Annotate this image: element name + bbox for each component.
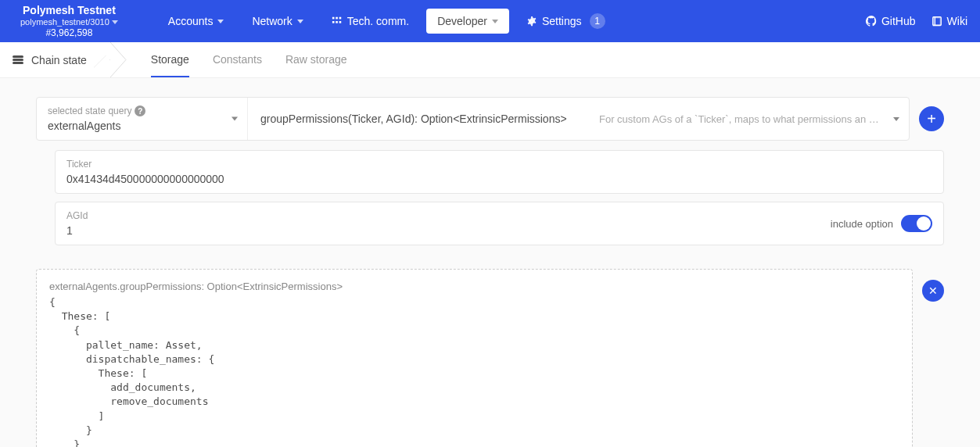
chevron-divider [110, 42, 127, 77]
sub-tabs: Storage Constants Raw storage [151, 42, 347, 77]
nav-developer[interactable]: Developer [426, 9, 509, 34]
param-agid-value: 1 [66, 224, 932, 237]
include-option-label: include option [831, 218, 893, 230]
svg-rect-3 [332, 21, 335, 23]
module-value: externalAgents [48, 120, 236, 132]
page-title: Chain state [13, 42, 110, 77]
sub-navbar: Chain state Storage Constants Raw storag… [0, 42, 980, 78]
tab-constants[interactable]: Constants [213, 42, 262, 77]
content-area: selected state query ? externalAgents gr… [0, 78, 980, 447]
nav-right: GitHub Wiki [866, 15, 967, 27]
chevron-down-icon [112, 20, 118, 24]
param-ticker-label: Ticker [66, 159, 932, 170]
method-value: groupPermissions(Ticker, AGId): Option<E… [260, 113, 567, 125]
close-result-button[interactable]: ✕ [922, 280, 944, 302]
result-row: externalAgents.groupPermissions: Option<… [36, 269, 944, 447]
query-row: selected state query ? externalAgents gr… [36, 97, 944, 141]
nav-tech-comm[interactable]: Tech. comm. [321, 9, 420, 34]
nav-items: Accounts Network Tech. comm. Developer S… [157, 7, 866, 35]
query-selector: selected state query ? externalAgents gr… [36, 97, 910, 141]
chevron-down-icon [217, 20, 224, 23]
svg-rect-0 [332, 17, 335, 20]
result-box: externalAgents.groupPermissions: Option<… [36, 269, 913, 447]
settings-badge: 1 [590, 13, 605, 29]
result-header: externalAgents.groupPermissions: Option<… [49, 281, 899, 292]
nav-github[interactable]: GitHub [866, 15, 916, 27]
result-body: { These: [ { pallet_name: Asset, dispatc… [49, 295, 899, 447]
chevron-down-icon [893, 117, 899, 121]
query-label: selected state query ? [48, 105, 236, 116]
help-icon[interactable]: ? [135, 105, 145, 116]
method-dropdown[interactable]: groupPermissions(Ticker, AGId): Option<E… [248, 98, 909, 140]
nav-wiki[interactable]: Wiki [932, 15, 967, 27]
param-ticker-value: 0x41434d450000000000000000 [66, 173, 932, 185]
network-name: Polymesh Testnet [20, 4, 118, 17]
param-ticker[interactable]: Ticker 0x41434d450000000000000000 [55, 150, 944, 194]
method-description: For custom AGs of a `Ticker`, maps to wh… [599, 113, 896, 125]
nav-network[interactable]: Network [241, 9, 314, 34]
param-agid[interactable]: AGId 1 include option [55, 202, 944, 245]
include-option-toggle-wrap: include option [831, 215, 932, 232]
chevron-down-icon [297, 20, 303, 23]
svg-rect-2 [339, 17, 341, 20]
chevron-down-icon [492, 20, 498, 23]
group-icon [332, 16, 343, 27]
book-icon [932, 16, 942, 27]
nav-settings[interactable]: Settings 1 [515, 7, 616, 35]
svg-rect-1 [336, 17, 338, 20]
database-icon [13, 55, 23, 64]
github-icon [866, 16, 877, 27]
network-block: #3,962,598 [20, 27, 118, 38]
param-agid-label: AGId [66, 210, 932, 221]
gear-icon [526, 16, 537, 27]
svg-rect-4 [336, 21, 338, 23]
module-dropdown[interactable]: selected state query ? externalAgents [37, 98, 248, 140]
top-navbar: Polymesh Testnet polymesh_testnet/3010 #… [0, 0, 980, 42]
tab-storage[interactable]: Storage [151, 42, 189, 77]
include-option-toggle[interactable] [901, 215, 932, 232]
tab-raw-storage[interactable]: Raw storage [285, 42, 347, 77]
network-selector[interactable]: Polymesh Testnet polymesh_testnet/3010 #… [13, 4, 126, 38]
svg-rect-5 [339, 21, 341, 23]
chevron-down-icon [232, 117, 238, 121]
nav-accounts[interactable]: Accounts [157, 9, 235, 34]
network-endpoint: polymesh_testnet/3010 [20, 17, 118, 27]
submit-query-button[interactable]: + [919, 106, 944, 131]
